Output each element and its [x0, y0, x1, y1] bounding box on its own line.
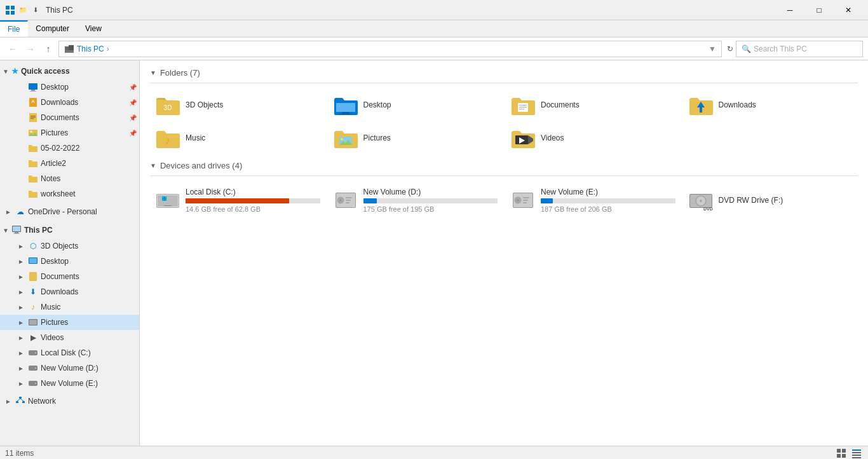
details-view-button[interactable]: [850, 447, 863, 460]
up-button[interactable]: ↑: [41, 41, 56, 57]
minimize-button[interactable]: ─: [775, 0, 804, 20]
refresh-button[interactable]: ↻: [727, 45, 733, 53]
sidebar-item-label: Desktop: [41, 83, 126, 92]
hdd-icon: [28, 348, 38, 358]
sidebar-item-onedrive[interactable]: ► ☁ OneDrive - Personal: [0, 204, 139, 219]
sidebar-item-label: Music: [41, 303, 139, 312]
drive-d-info: New Volume (D:) 175 GB free of 195 GB: [363, 188, 498, 213]
sidebar-item-pictures-qa[interactable]: Pictures 📌: [0, 125, 139, 140]
sidebar-item-3dobjects[interactable]: ► ⬡ 3D Objects: [0, 238, 139, 254]
drive-d[interactable]: New Volume (D:) 175 GB free of 195 GB: [328, 182, 503, 218]
sidebar-item-documents-pc[interactable]: ► Documents: [0, 269, 139, 284]
svg-text:♪: ♪: [165, 134, 171, 147]
svg-rect-42: [339, 114, 352, 114]
this-pc-header[interactable]: ▼ This PC: [0, 222, 139, 238]
sidebar-item-documents-qa[interactable]: Documents 📌: [0, 110, 139, 125]
path-dropdown[interactable]: ▼: [709, 45, 716, 53]
sidebar-item-label: Documents: [41, 113, 126, 122]
maximize-button[interactable]: □: [804, 0, 834, 20]
svg-point-50: [341, 138, 343, 140]
sidebar-item-volumed[interactable]: ► New Volume (D:): [0, 360, 139, 376]
window-title: This PC: [46, 6, 775, 15]
sidebar-item-music[interactable]: ► ♪ Music: [0, 299, 139, 315]
expand-arrow: ►: [18, 380, 25, 387]
drive-d-detail: 175 GB free of 195 GB: [363, 205, 498, 213]
folder-desktop[interactable]: Desktop: [328, 90, 503, 120]
sidebar-item-volumee[interactable]: ► New Volume (E:): [0, 376, 139, 391]
sidebar-item-pictures-pc[interactable]: ► Pictures: [0, 315, 139, 330]
svg-rect-21: [15, 232, 18, 233]
svg-point-29: [35, 352, 36, 353]
ribbon-tabs: File Computer View: [0, 20, 868, 37]
sidebar-item-desktop-qa[interactable]: Desktop 📌: [0, 79, 139, 95]
tab-view[interactable]: View: [78, 20, 110, 37]
sidebar-item-label: Notes: [41, 174, 139, 183]
svg-rect-9: [30, 91, 36, 92]
folder-documents[interactable]: Documents: [505, 90, 681, 120]
drive-c[interactable]: Local Disk (C:) 14.6 GB free of 62.8 GB: [150, 182, 325, 218]
folder-downloads[interactable]: Downloads: [683, 90, 858, 120]
toolbar-icon-1[interactable]: 📁: [18, 5, 28, 15]
sidebar-item-worksheet[interactable]: worksheet: [0, 186, 139, 202]
svg-rect-3: [11, 11, 15, 15]
sidebar-item-localc[interactable]: ► Local Disk (C:): [0, 345, 139, 360]
sidebar-item-label: Documents: [41, 272, 139, 281]
address-path[interactable]: This PC › ▼: [58, 41, 722, 57]
large-icons-view-button[interactable]: [835, 447, 848, 460]
svg-rect-6: [65, 50, 74, 53]
folder-3d-objects[interactable]: 3D 3D Objects: [150, 90, 325, 120]
drive-e-detail: 187 GB free of 206 GB: [541, 205, 675, 213]
folder-pictures-name: Pictures: [363, 134, 498, 142]
folder-videos-info: Videos: [541, 134, 675, 142]
folder-desktop-name: Desktop: [363, 100, 498, 109]
pin-icon: 📌: [129, 84, 137, 91]
svg-rect-87: [842, 454, 846, 458]
folder-music[interactable]: ♪ Music: [150, 123, 325, 153]
close-button[interactable]: ✕: [834, 0, 863, 20]
folder-downloads-name: Downloads: [719, 100, 853, 109]
sidebar-item-network[interactable]: ► Network: [0, 394, 139, 409]
svg-rect-4: [65, 46, 69, 50]
tab-file[interactable]: File: [0, 20, 28, 37]
folder-desktop-icon: [333, 93, 358, 116]
pin-icon: 📌: [129, 99, 137, 106]
folder-documents-icon: [510, 93, 536, 116]
svg-rect-68: [346, 197, 352, 198]
folder-pictures[interactable]: Pictures: [328, 123, 503, 153]
hdd-icon-d: [28, 363, 38, 373]
sidebar-item-notes[interactable]: Notes: [0, 171, 139, 186]
quick-access-collapse-arrow: ▼: [3, 68, 9, 75]
drive-e-bar: [541, 198, 553, 203]
forward-button[interactable]: →: [23, 41, 38, 57]
drive-e[interactable]: New Volume (E:) 187 GB free of 206 GB: [505, 182, 681, 218]
expand-arrow: ►: [18, 319, 25, 326]
search-box[interactable]: 🔍 Search This PC: [736, 41, 863, 57]
quick-access-header[interactable]: ▼ ★ Quick access: [0, 63, 139, 79]
back-button[interactable]: ←: [5, 41, 20, 57]
drives-section-header[interactable]: ▼ Devices and drives (4): [150, 161, 858, 170]
svg-rect-36: [22, 401, 25, 403]
sidebar-item-article2[interactable]: Article2: [0, 156, 139, 171]
svg-rect-91: [852, 457, 861, 458]
svg-text:DVD: DVD: [703, 207, 713, 211]
sidebar-item-downloads-pc[interactable]: ► ⬇ Downloads: [0, 284, 139, 299]
content-area: ▼ Folders (7) 3D 3D Objects: [140, 60, 868, 446]
folders-section-header[interactable]: ▼ Folders (7): [150, 68, 858, 78]
sidebar-item-desktop-pc[interactable]: ► Desktop: [0, 254, 139, 269]
toolbar-icon-2[interactable]: ⬇: [31, 5, 41, 15]
drives-section-title: Devices and drives (4): [160, 161, 242, 170]
folder-videos[interactable]: Videos: [505, 123, 681, 153]
svg-rect-62: [162, 199, 164, 201]
title-bar-icons: 📁 ⬇: [5, 5, 41, 15]
tab-computer[interactable]: Computer: [28, 20, 78, 37]
sidebar-item-videos[interactable]: ► ▶ Videos: [0, 330, 139, 345]
drive-e-info: New Volume (E:) 187 GB free of 206 GB: [541, 188, 675, 213]
sidebar-item-05-02-2022[interactable]: 05-02-2022: [0, 140, 139, 156]
drive-f[interactable]: DVD DVD RW Drive (F:): [683, 182, 858, 218]
sidebar-item-downloads-qa[interactable]: Downloads 📌: [0, 95, 139, 110]
svg-rect-75: [523, 197, 529, 198]
desktop-icon: [28, 82, 38, 92]
this-pc-label: This PC: [24, 226, 53, 235]
sidebar-item-label: New Volume (D:): [41, 364, 139, 373]
videos-icon: ▶: [28, 332, 38, 343]
